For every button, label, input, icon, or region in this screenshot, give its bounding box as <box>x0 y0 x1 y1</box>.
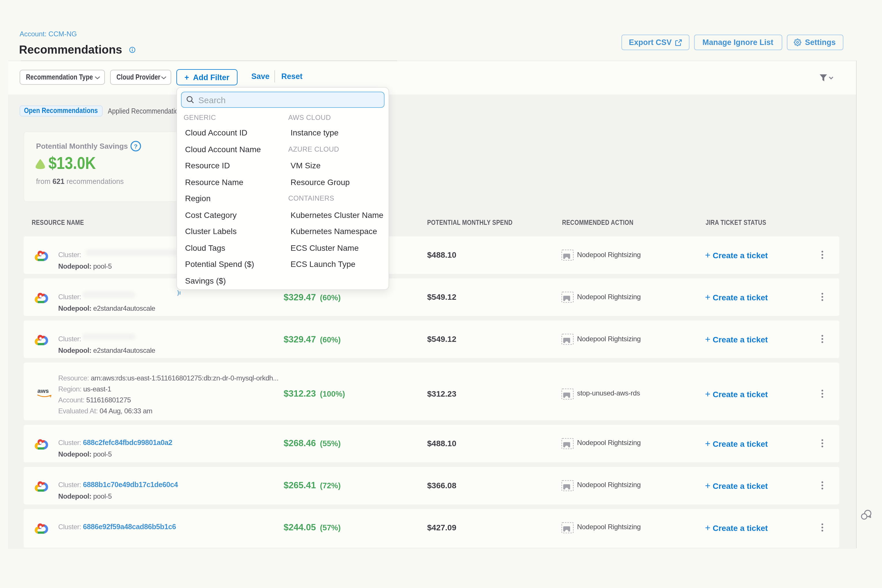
svg-text:?: ? <box>134 142 138 149</box>
svg-text:aws: aws <box>38 387 49 394</box>
